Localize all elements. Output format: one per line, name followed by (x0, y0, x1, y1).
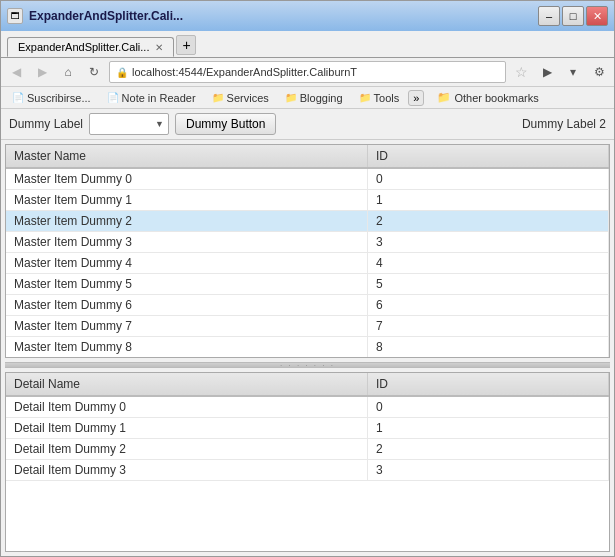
table-row[interactable]: Detail Item Dummy 3 3 (6, 460, 609, 481)
detail-row-name: Detail Item Dummy 3 (6, 460, 368, 481)
table-row[interactable]: Detail Item Dummy 2 2 (6, 439, 609, 460)
detail-row-id: 2 (368, 439, 609, 460)
master-table: Master Name ID Master Item Dummy 0 0 Mas… (6, 145, 609, 357)
dummy-dropdown[interactable]: ▼ (89, 113, 169, 135)
master-row-id: 3 (368, 232, 609, 253)
master-col-id: ID (368, 145, 609, 168)
master-row-id: 0 (368, 168, 609, 190)
master-row-name: Master Item Dummy 2 (6, 211, 368, 232)
dummy-label-2: Dummy Label 2 (522, 117, 606, 131)
master-col-name: Master Name (6, 145, 368, 168)
table-row[interactable]: Master Item Dummy 6 6 (6, 295, 609, 316)
chevron-down-icon: ▼ (155, 119, 164, 129)
bookmark-other[interactable]: 📁 Other bookmarks (430, 89, 545, 106)
detail-row-name: Detail Item Dummy 1 (6, 418, 368, 439)
master-row-name: Master Item Dummy 3 (6, 232, 368, 253)
bookmark-label-4: Blogging (300, 92, 343, 104)
master-row-name: Master Item Dummy 4 (6, 253, 368, 274)
forward-button[interactable]: ▶ (31, 61, 53, 83)
tools-button[interactable]: ⚙ (588, 61, 610, 83)
title-bar: 🗔 ExpanderAndSplitter.Cali... – □ ✕ (1, 1, 614, 31)
bookmark-label-2: Note in Reader (122, 92, 196, 104)
window-controls: – □ ✕ (538, 6, 608, 26)
table-row[interactable]: Master Item Dummy 7 7 (6, 316, 609, 337)
address-bar[interactable]: 🔒 localhost:4544/ExpanderAndSplitter.Cal… (109, 61, 506, 83)
table-row[interactable]: Master Item Dummy 0 0 (6, 168, 609, 190)
bookmark-note-in-reader[interactable]: 📄 Note in Reader (100, 90, 203, 106)
detail-row-name: Detail Item Dummy 2 (6, 439, 368, 460)
window-icon: 🗔 (7, 8, 23, 24)
bookmark-other-label: Other bookmarks (454, 92, 538, 104)
active-tab[interactable]: ExpanderAndSplitter.Cali... ✕ (7, 37, 174, 57)
bookmark-star-button[interactable]: ☆ (510, 61, 532, 83)
bookmark-folder-icon-3: 📁 (359, 92, 371, 103)
detail-row-name: Detail Item Dummy 0 (6, 396, 368, 418)
close-button[interactable]: ✕ (586, 6, 608, 26)
detail-col-name: Detail Name (6, 373, 368, 396)
detail-table-container: Detail Name ID Detail Item Dummy 0 0 Det… (5, 372, 610, 552)
master-row-id: 2 (368, 211, 609, 232)
table-row[interactable]: Master Item Dummy 5 5 (6, 274, 609, 295)
refresh-button[interactable]: ↻ (83, 61, 105, 83)
detail-row-id: 1 (368, 418, 609, 439)
dummy-label: Dummy Label (9, 117, 83, 131)
bookmark-label: Suscribirse... (27, 92, 91, 104)
back-button[interactable]: ◀ (5, 61, 27, 83)
tab-close-icon[interactable]: ✕ (155, 42, 163, 53)
master-row-id: 7 (368, 316, 609, 337)
nav-bar: ◀ ▶ ⌂ ↻ 🔒 localhost:4544/ExpanderAndSpli… (1, 58, 614, 87)
master-row-name: Master Item Dummy 8 (6, 337, 368, 358)
bookmark-suscribirse[interactable]: 📄 Suscribirse... (5, 90, 98, 106)
bookmark-services[interactable]: 📁 Services (205, 90, 276, 106)
table-row[interactable]: Master Item Dummy 3 3 (6, 232, 609, 253)
master-row-name: Master Item Dummy 6 (6, 295, 368, 316)
dummy-button[interactable]: Dummy Button (175, 113, 276, 135)
home-button[interactable]: ⌂ (57, 61, 79, 83)
master-row-name: Master Item Dummy 1 (6, 190, 368, 211)
bookmark-page-icon-2: 📄 (107, 92, 119, 103)
master-row-name: Master Item Dummy 7 (6, 316, 368, 337)
bookmarks-bar: 📄 Suscribirse... 📄 Note in Reader 📁 Serv… (1, 87, 614, 109)
table-row[interactable]: Master Item Dummy 8 8 (6, 337, 609, 358)
bookmark-folder-icon: 📁 (212, 92, 224, 103)
master-row-name: Master Item Dummy 5 (6, 274, 368, 295)
detail-table-scroll[interactable]: Detail Name ID Detail Item Dummy 0 0 Det… (6, 373, 609, 551)
bookmark-blogging[interactable]: 📁 Blogging (278, 90, 350, 106)
bookmark-tools[interactable]: 📁 Tools (352, 90, 407, 106)
bookmark-label-5: Tools (374, 92, 400, 104)
bookmark-folder-icon-2: 📁 (285, 92, 297, 103)
address-lock-icon: 🔒 (116, 67, 128, 78)
master-row-id: 1 (368, 190, 609, 211)
maximize-button[interactable]: □ (562, 6, 584, 26)
address-text: localhost:4544/ExpanderAndSplitter.Calib… (132, 66, 357, 78)
bookmark-folder-icon-4: 📁 (437, 91, 451, 104)
tab-label: ExpanderAndSplitter.Cali... (18, 41, 149, 53)
bookmarks-more-button[interactable]: » (408, 90, 424, 106)
detail-row-id: 3 (368, 460, 609, 481)
splitter-handle: · · · · · · · (280, 361, 335, 370)
detail-col-id: ID (368, 373, 609, 396)
table-row[interactable]: Master Item Dummy 1 1 (6, 190, 609, 211)
detail-table: Detail Name ID Detail Item Dummy 0 0 Det… (6, 373, 609, 481)
new-tab-button[interactable]: + (176, 35, 196, 55)
table-row[interactable]: Detail Item Dummy 1 1 (6, 418, 609, 439)
master-table-scroll[interactable]: Master Name ID Master Item Dummy 0 0 Mas… (6, 145, 609, 357)
minimize-button[interactable]: – (538, 6, 560, 26)
main-window: 🗔 ExpanderAndSplitter.Cali... – □ ✕ Expa… (0, 0, 615, 557)
master-row-name: Master Item Dummy 0 (6, 168, 368, 190)
play-button[interactable]: ▶ (536, 61, 558, 83)
detail-row-id: 0 (368, 396, 609, 418)
nav-more-button[interactable]: ▾ (562, 61, 584, 83)
tab-bar: ExpanderAndSplitter.Cali... ✕ + (1, 31, 614, 58)
master-table-container: Master Name ID Master Item Dummy 0 0 Mas… (5, 144, 610, 358)
toolbar: Dummy Label ▼ Dummy Button Dummy Label 2 (1, 109, 614, 140)
table-row[interactable]: Detail Item Dummy 0 0 (6, 396, 609, 418)
bookmark-page-icon: 📄 (12, 92, 24, 103)
bookmark-label-3: Services (227, 92, 269, 104)
master-row-id: 8 (368, 337, 609, 358)
table-row[interactable]: Master Item Dummy 2 2 (6, 211, 609, 232)
table-row[interactable]: Master Item Dummy 4 4 (6, 253, 609, 274)
splitter[interactable]: · · · · · · · (5, 362, 610, 368)
master-row-id: 6 (368, 295, 609, 316)
master-row-id: 4 (368, 253, 609, 274)
